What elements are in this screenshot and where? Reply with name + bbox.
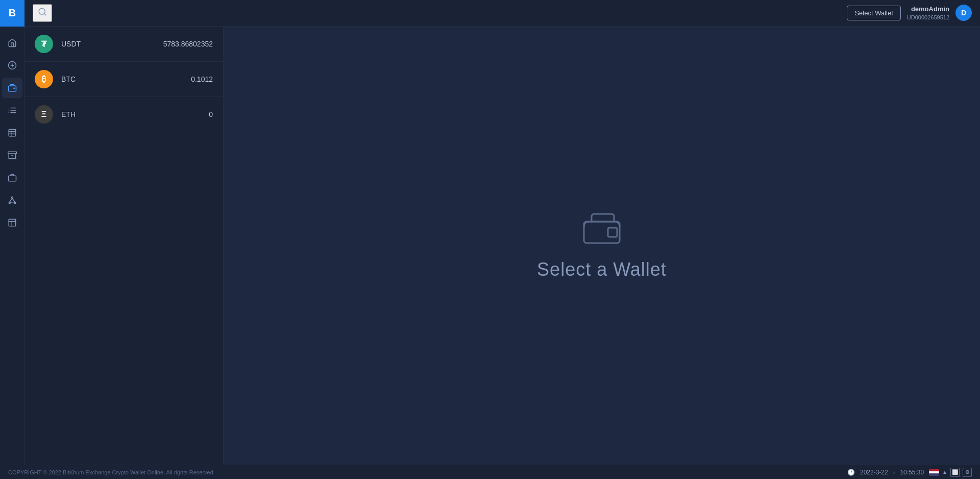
logo: B (0, 0, 24, 27)
svg-line-23 (12, 198, 15, 202)
settings-icon: ⚙ (963, 468, 972, 477)
sidebar-item-wallet[interactable] (2, 78, 22, 98)
footer-time: 10:55:30 (900, 469, 924, 476)
footer-copyright: COPYRIGHT © 2022 BitKhum Exchange Crypto… (8, 469, 213, 475)
main-content: ₮ USDT 5783.86802352 ₿ BTC 0.1012 Ξ ETH … (24, 27, 980, 465)
coin-amount-btc: 0.1012 (191, 75, 213, 83)
svg-rect-12 (9, 129, 16, 136)
sidebar-item-transactions[interactable] (2, 123, 22, 143)
coin-symbol-usdt: USDT (61, 40, 155, 48)
user-id: UD00002659512 (907, 14, 949, 21)
sidebar-item-home[interactable] (2, 33, 22, 53)
sidebar-item-portfolio[interactable] (2, 167, 22, 188)
wallet-illustration-icon (581, 211, 622, 249)
avatar[interactable]: D (955, 5, 972, 21)
us-flag-icon (929, 469, 939, 476)
footer-arrow: › (893, 469, 895, 475)
coin-icon-usdt: ₮ (35, 35, 53, 53)
coin-symbol-btc: BTC (61, 75, 183, 83)
coin-icon-eth: Ξ (35, 105, 53, 124)
footer-right: 🕐 2022-3-22 › 10:55:30 ▲ ⬜ ⚙ (847, 468, 972, 477)
sidebar-item-network[interactable] (2, 190, 22, 210)
sidebar-item-reports[interactable] (2, 212, 22, 233)
select-wallet-heading: Select a Wallet (537, 259, 667, 280)
footer-date: 2022-3-22 (860, 469, 888, 476)
clock-icon: 🕐 (847, 469, 855, 476)
display-icon: ⬜ (950, 468, 960, 477)
chevron-up-icon: ▲ (942, 469, 947, 475)
select-wallet-panel: Select a Wallet (224, 27, 980, 465)
svg-rect-25 (9, 219, 16, 226)
wallet-row-btc[interactable]: ₿ BTC 0.1012 (24, 62, 223, 97)
wallet-row-eth[interactable]: Ξ ETH 0 (24, 97, 223, 132)
wallet-row-usdt[interactable]: ₮ USDT 5783.86802352 (24, 27, 223, 62)
user-name: demoAdmin (911, 5, 949, 14)
coin-icon-btc: ₿ (35, 70, 53, 88)
svg-point-5 (14, 88, 15, 89)
select-wallet-button[interactable]: Select Wallet (847, 6, 900, 20)
sidebar-item-orders[interactable] (2, 100, 22, 121)
svg-rect-29 (608, 228, 617, 237)
user-info: demoAdmin UD00002659512 (907, 5, 949, 22)
search-button[interactable] (33, 4, 52, 22)
svg-line-1 (44, 13, 45, 15)
sidebar (0, 27, 24, 465)
footer-icons: ▲ ⬜ ⚙ (929, 468, 972, 477)
coin-amount-eth: 0 (209, 110, 213, 118)
svg-rect-18 (8, 176, 16, 181)
header-right: Select Wallet demoAdmin UD00002659512 D (847, 5, 972, 22)
footer: COPYRIGHT © 2022 BitKhum Exchange Crypto… (0, 465, 980, 479)
header-left: B (0, 0, 52, 27)
svg-rect-16 (8, 152, 16, 154)
sidebar-item-archive[interactable] (2, 145, 22, 165)
coin-amount-usdt: 5783.86802352 (163, 40, 213, 48)
svg-rect-28 (584, 222, 620, 243)
svg-line-22 (9, 198, 12, 202)
header: B Select Wallet demoAdmin UD00002659512 … (0, 0, 980, 27)
wallet-list: ₮ USDT 5783.86802352 ₿ BTC 0.1012 Ξ ETH … (24, 27, 224, 465)
sidebar-item-exchange[interactable] (2, 55, 22, 76)
coin-symbol-eth: ETH (61, 110, 201, 118)
